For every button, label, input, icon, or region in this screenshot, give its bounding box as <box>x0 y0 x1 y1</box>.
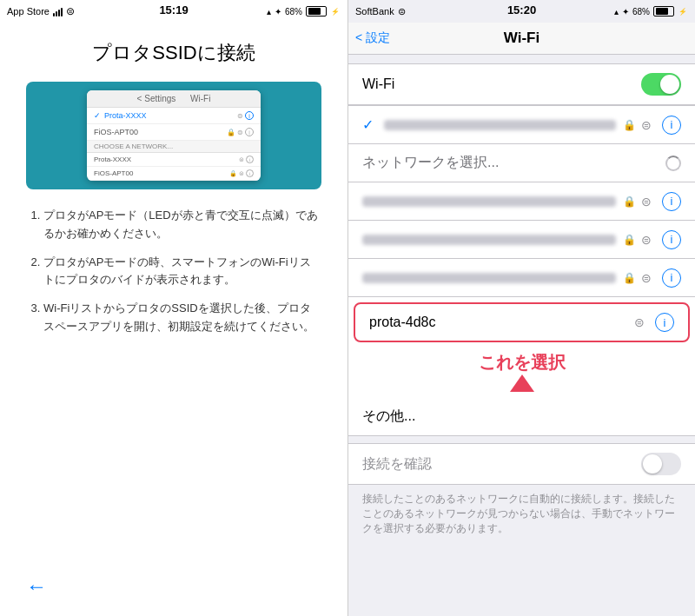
charging-icon: ⚡ <box>331 8 340 16</box>
wifi-icon-1: ⊜ <box>641 195 652 209</box>
wifi-icon-2: ⊜ <box>641 233 652 247</box>
lock-icon2: 🔒 <box>227 129 235 136</box>
lock-icon-1: 🔒 <box>623 195 636 208</box>
wifi-toggle[interactable] <box>641 73 681 96</box>
arrow-annotation: これを選択 <box>348 348 695 397</box>
right-panel: SoftBank ⊜ 15:20 ▴ ✦ 68% ⚡ < 設定 Wi-Fi Wi… <box>348 0 695 616</box>
signal-bars <box>53 6 63 17</box>
wifi-label: Wi-Fi <box>362 76 641 92</box>
lock-icon-connected: 🔒 <box>623 119 636 131</box>
app-store-label: App Store <box>7 6 50 17</box>
auto-join-label: 接続を確認 <box>362 455 641 474</box>
connected-row-icons: 🔒 ⊜ i <box>623 116 681 135</box>
mock-small2: FiOS-APT00 🔒 ⊜ i <box>87 167 261 181</box>
wifi-mock-ui: < Settings Wi-Fi ✓ Prota-XXXX ⊜ i FiOS-A… <box>87 90 261 181</box>
nav-back-button[interactable]: < 設定 <box>355 30 390 46</box>
mock-nav-title: Wi-Fi <box>190 94 210 103</box>
location-icon: ▴ <box>267 7 271 17</box>
network-ssid-3-blurred <box>362 273 616 283</box>
prota-ssid-label: prota-4d8c <box>369 315 627 330</box>
page-title: プロタSSIDに接続 <box>26 40 321 66</box>
wifi-icon2: ⊜ <box>237 129 243 136</box>
other-network-row[interactable]: その他... <box>348 397 695 435</box>
wifi-signal-icon: ⊜ <box>237 112 243 120</box>
network-row-1[interactable]: 🔒 ⊜ i <box>348 182 695 221</box>
mock-header: < Settings Wi-Fi <box>87 90 261 108</box>
info-btn-prota[interactable]: i <box>655 313 674 332</box>
left-time: 15:19 <box>159 3 188 17</box>
lock-icon-2: 🔒 <box>623 234 636 246</box>
bottom-description: 接続したことのあるネットワークに自動的に接続します。接続したことのあるネットワー… <box>348 485 695 542</box>
info-circle: i <box>245 111 254 120</box>
wifi-content: Wi-Fi ✓ 🔒 ⊜ i ネットワークを選択... <box>348 55 695 616</box>
right-time: 15:20 <box>507 3 536 17</box>
mock-selected-row: ✓ Prota-XXXX ⊜ i <box>87 108 261 124</box>
left-status-left: App Store ⊜ <box>7 5 75 17</box>
back-arrow-button[interactable]: ← <box>26 574 47 599</box>
connected-row[interactable]: ✓ 🔒 ⊜ i <box>348 106 695 144</box>
instructions-list: プロタがAPモード（LEDが赤と青で交互に点滅）であるかお確かめください。 プロ… <box>26 207 321 336</box>
connected-ssid-blurred <box>384 120 616 130</box>
left-status-bar: App Store ⊜ 15:19 ▴ ✦ 68% ⚡ <box>0 0 348 23</box>
other-label: その他... <box>362 407 415 426</box>
instruction-2: プロタがAPモードの時、スマートフォンのWi-Fiリストにプロタのバイドが表示さ… <box>43 254 321 290</box>
battery-icon <box>306 6 327 17</box>
instruction-1: プロタがAPモード（LEDが赤と青で交互に点滅）であるかお確かめください。 <box>43 207 321 243</box>
info-btn-3[interactable]: i <box>662 268 681 288</box>
battery-percent: 68% <box>285 7 302 17</box>
arrow-up-icon <box>510 374 534 392</box>
carrier-label: SoftBank <box>355 6 394 17</box>
right-battery-percent: 68% <box>632 7 650 17</box>
bar3 <box>58 10 60 17</box>
lock-s2: 🔒 <box>229 170 237 176</box>
info-btn-connected[interactable]: i <box>662 116 681 135</box>
wifi-toggle-section: Wi-Fi <box>348 63 695 105</box>
other-ssid: FiOS-APT00 <box>94 128 138 136</box>
connected-section: ✓ 🔒 ⊜ i ネットワークを選択... 🔒 ⊜ i <box>348 105 695 436</box>
info-btn-2[interactable]: i <box>662 230 681 249</box>
bluetooth-icon: ✦ <box>275 7 281 17</box>
left-panel: App Store ⊜ 15:19 ▴ ✦ 68% ⚡ プロタSSIDに接続 <… <box>0 0 348 616</box>
right-wifi-icon: ⊜ <box>398 6 406 17</box>
auto-join-toggle[interactable] <box>641 453 681 475</box>
loading-spinner <box>665 156 681 171</box>
network-ssid-2-blurred <box>362 235 616 245</box>
choose-network-label: ネットワークを選択... <box>362 154 665 172</box>
wifi-toggle-row[interactable]: Wi-Fi <box>348 64 695 104</box>
auto-join-row[interactable]: 接続を確認 <box>348 443 695 485</box>
mock-icons: ⊜ i <box>237 111 254 120</box>
instruction-3: Wi-FiリストからプロタのSSIDを選択した後、プロタスペースアプリを開け、初… <box>43 300 321 336</box>
prota-section: prota-4d8c ⊜ i <box>348 297 695 348</box>
small-ssid2: FiOS-APT00 <box>94 169 133 177</box>
network-row-2[interactable]: 🔒 ⊜ i <box>348 221 695 259</box>
wifi-s2: ⊜ <box>239 170 244 176</box>
mock-other-row: FiOS-APT00 🔒 ⊜ i <box>87 124 261 141</box>
info-s1: i <box>246 156 254 163</box>
network-row-1-icons: 🔒 ⊜ i <box>623 192 681 211</box>
small-ssid1: Prota-XXXX <box>94 156 131 163</box>
right-location: ▴ <box>614 7 619 17</box>
info-s2: i <box>246 169 254 177</box>
mock-icons2: 🔒 ⊜ i <box>227 128 254 136</box>
mock-back: < Settings <box>137 94 176 103</box>
bar1 <box>53 13 55 17</box>
info-btn-1[interactable]: i <box>662 192 681 211</box>
wifi-icon-prota: ⊜ <box>634 315 645 329</box>
network-row-2-icons: 🔒 ⊜ i <box>623 230 681 249</box>
wifi-s1: ⊜ <box>239 156 244 162</box>
checkmark-icon: ✓ <box>94 111 101 120</box>
network-ssid-1-blurred <box>362 196 616 207</box>
prota-row-icons: ⊜ i <box>634 313 674 332</box>
small-icons1: ⊜ i <box>239 156 254 163</box>
wifi-status-icon: ⊜ <box>66 5 75 17</box>
bar4 <box>61 8 63 17</box>
right-bluetooth: ✦ <box>622 7 629 17</box>
annotation-text: これを選択 <box>479 351 566 374</box>
prota-network-row[interactable]: prota-4d8c ⊜ i <box>354 302 690 342</box>
network-row-3[interactable]: 🔒 ⊜ i <box>348 259 695 297</box>
right-battery-icon <box>653 6 674 17</box>
connected-checkmark: ✓ <box>362 116 374 133</box>
info-circle2: i <box>245 128 254 136</box>
right-status-bar: SoftBank ⊜ 15:20 ▴ ✦ 68% ⚡ <box>348 0 695 23</box>
choose-network-row: ネットワークを選択... <box>348 144 695 182</box>
